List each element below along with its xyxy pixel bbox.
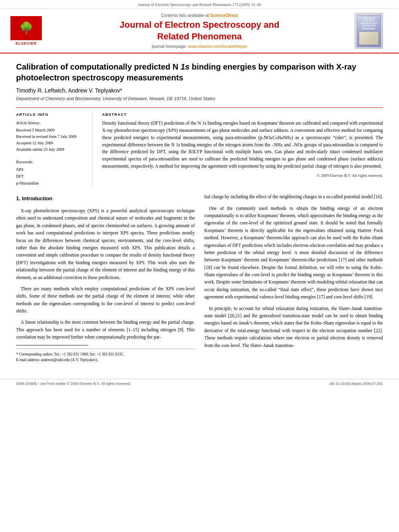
journal-cover-image: JOURNAL OFELECTRONSPECTROSCOPYAND RELATE… [355,13,383,49]
elsevier-logo: 🌳 ELSEVIER [8,13,44,49]
journal-title-line1: Journal of Electron Spectroscopy and [119,20,279,30]
journal-title-line2: Related Phenomena [157,31,242,41]
keyword-dft: DFT [16,173,86,180]
page-wrapper: Journal of Electron Spectroscopy and Rel… [0,0,399,388]
article-keywords: Keywords: XPS DFT p-Nitroaniline [16,158,86,187]
footer-issn: 0368-2048/$ – see front matter © 2009 El… [16,382,131,386]
footnote-area: * Corresponding author. Tel.: +1 302 831… [16,349,195,363]
sciencedirect-link[interactable]: ScienceDirect [210,13,238,18]
tree-icon: 🌳 [19,23,33,34]
intro-col2-p3: In principle, to account for orbital rel… [204,305,383,349]
abstract-title: Abstract [102,113,383,117]
homepage-prefix: journal homepage: [152,44,187,49]
keyword-xps: XPS [16,166,86,173]
keyword-nitroaniline: p-Nitroaniline [16,180,86,187]
article-history: Article history: Received 5 March 2009 R… [16,120,86,153]
available-date: Available online 23 July 2009 [16,146,86,153]
article-info-column: Article Info Article history: Received 5… [16,113,93,187]
footnote-divider [16,345,88,345]
homepage-url[interactable]: www.elsevier.com/locate/elspec [188,44,247,49]
footnote-corresponding: * Corresponding author. Tel.: +1 302 831… [16,351,195,357]
logo-box: 🌳 [10,16,42,40]
footer-doi: doi:10.1016/j.elspec.2009.07.002 [329,382,383,386]
article-info-title: Article Info [16,113,86,117]
accepted-date: Accepted 12 July 2009 [16,140,86,146]
intro-col2-p1: tial charge by including the effect of t… [204,193,383,200]
body-columns: 1. Introduction X-ray photoelectron spec… [16,193,383,363]
title-part1: Calibration of computationally predicted… [16,62,181,71]
journal-header: 🌳 ELSEVIER Contents lists available at S… [0,9,399,53]
contents-prefix: Contents lists available at [161,13,209,18]
sciencedirect-line: Contents lists available at ScienceDirec… [161,13,238,18]
copyright-line: © 2009 Elsevier B.V. All rights reserved… [102,173,383,178]
abstract-body: Density functional theory (DFT) predicti… [102,121,383,168]
article-title: Calibration of computationally predicted… [16,62,383,83]
article-authors: Timothy R. Leftwich, Andrew V. Teplyakov… [16,87,383,94]
article-affiliation: Department of Chemistry and Biochemistry… [16,96,383,101]
cover-thumbnail: JOURNAL OFELECTRONSPECTROSCOPYAND RELATE… [357,15,381,47]
title-italic: 1s [181,62,189,71]
revised-date: Received in revised form 7 July 2009 [16,134,86,140]
abstract-section: Abstract Density functional theory (DFT)… [102,113,383,187]
keywords-label: Keywords: [16,158,86,165]
journal-center-block: Contents lists available at ScienceDirec… [48,13,351,49]
cover-text: JOURNAL OFELECTRONSPECTROSCOPYAND RELATE… [360,17,377,30]
elsevier-wordmark: ELSEVIER [16,41,37,45]
body-col-left: 1. Introduction X-ray photoelectron spec… [16,193,195,363]
article-columns: Article Info Article history: Received 5… [16,107,383,187]
intro-p3: A linear relationship is the most common… [16,318,195,341]
journal-citation: Journal of Electron Spectroscopy and Rel… [138,2,261,7]
cover-image-area [359,31,379,45]
top-strip: Journal of Electron Spectroscopy and Rel… [0,0,399,9]
history-label: Article history: [16,120,86,126]
footnote-email: E-mail address: andrewt@udel.edu (A.V. T… [16,357,195,363]
footer-strip: 0368-2048/$ – see front matter © 2009 El… [0,379,399,388]
article-content: Calibration of computationally predicted… [0,53,399,371]
journal-title: Journal of Electron Spectroscopy and Rel… [119,19,279,42]
intro-col2-p2: One of the commonly used methods to obta… [204,205,383,301]
intro-p2: There are many methods which employ comp… [16,285,195,315]
journal-homepage: journal homepage: www.elsevier.com/locat… [152,44,247,49]
intro-p1: X-ray photoelectron spectroscopy (XPS) i… [16,207,195,281]
abstract-text: Density functional theory (DFT) predicti… [102,120,383,170]
section1-heading: 1. Introduction [16,195,195,203]
affiliation-text: Department of Chemistry and Biochemistry… [16,96,216,101]
body-col-right: tial charge by including the effect of t… [204,193,383,363]
received-date: Received 5 March 2009 [16,127,86,134]
authors-text: Timothy R. Leftwich, Andrew V. Teplyakov… [16,87,122,94]
